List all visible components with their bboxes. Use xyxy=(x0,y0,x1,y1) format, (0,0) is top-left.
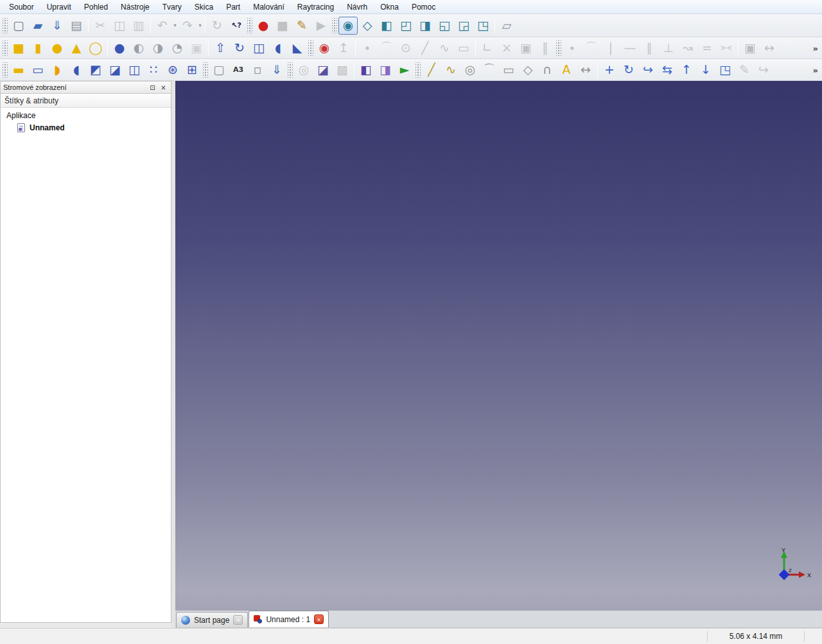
part-cylinder-button[interactable]: ▮ xyxy=(28,39,48,57)
draft-trimex-button[interactable]: ⇆ xyxy=(658,61,677,79)
tab-document-close-icon[interactable]: × xyxy=(314,614,324,624)
part-box-button[interactable]: ■ xyxy=(9,39,28,57)
menu-item-nastroje[interactable]: Nástroje xyxy=(114,1,156,13)
boolean-cut-button[interactable]: ◑ xyxy=(148,39,168,57)
raytracing-export-part-button[interactable]: ◪ xyxy=(313,61,333,79)
draft-polygon-button[interactable]: ◇ xyxy=(518,61,538,79)
toolbar-handle[interactable] xyxy=(3,40,8,56)
draft-bspline-button[interactable]: ∩ xyxy=(538,61,557,79)
toolbar-overflow-row3[interactable]: » xyxy=(813,65,818,74)
menu-item-part[interactable]: Part xyxy=(220,1,247,13)
pd-fillet-button[interactable]: ◩ xyxy=(86,61,105,79)
part-fillet-button[interactable]: ◖ xyxy=(268,39,288,57)
draft-rectangle-button[interactable]: ▭ xyxy=(499,61,518,79)
dock-close-icon[interactable]: × xyxy=(159,83,168,92)
menu-item-navrh[interactable]: Návrh xyxy=(340,1,374,13)
draft-move-button[interactable]: + xyxy=(600,61,619,79)
draft-circle-button[interactable]: ◎ xyxy=(460,61,480,79)
view-right-button[interactable]: ◨ xyxy=(415,17,435,35)
3d-viewport[interactable]: Y X Z xyxy=(175,81,822,611)
save-document-button[interactable]: ⇓ xyxy=(48,17,67,35)
macro-edit-button[interactable]: ✎ xyxy=(292,17,311,35)
view-top-button[interactable]: ◰ xyxy=(396,17,415,35)
part-torus-button[interactable]: ◯ xyxy=(86,39,105,57)
toolbar-handle[interactable] xyxy=(3,62,8,78)
drawing-export-page-button[interactable]: ⇓ xyxy=(267,61,286,79)
tab-start-page-close-icon[interactable]: × xyxy=(233,615,243,625)
part-revolve-button[interactable]: ↻ xyxy=(230,39,249,57)
new-document-button[interactable]: ▢ xyxy=(9,17,28,35)
view-rear-button[interactable]: ◱ xyxy=(435,17,454,35)
raytracing-new-project-button[interactable]: ◧ xyxy=(356,61,376,79)
menu-item-raytracing[interactable]: Raytracing xyxy=(291,1,340,13)
boolean-intersection-button[interactable]: ◔ xyxy=(168,39,187,57)
menu-item-soubor[interactable]: Soubor xyxy=(3,1,40,13)
toolbar-handle[interactable] xyxy=(3,18,8,33)
menu-item-tvary[interactable]: Tvary xyxy=(156,1,188,13)
draft-offset-button[interactable]: ↪ xyxy=(638,61,658,79)
toolbar-handle[interactable] xyxy=(556,40,561,56)
pd-mirrored-button[interactable]: ◫ xyxy=(125,61,144,79)
pd-multitransform-button[interactable]: ⊞ xyxy=(182,61,202,79)
pd-linear-pattern-button[interactable]: ∷ xyxy=(144,61,163,79)
pd-revolution-button[interactable]: ◗ xyxy=(48,61,67,79)
draft-scale-button[interactable]: ◳ xyxy=(715,61,735,79)
whats-this-button[interactable]: ↖? xyxy=(227,17,246,35)
draft-wire-button[interactable]: ∿ xyxy=(441,61,460,79)
draft-downgrade-button[interactable]: ↓ xyxy=(696,61,715,79)
tab-start-page[interactable]: Start page × xyxy=(176,612,248,627)
raytracing-render-button[interactable]: ► xyxy=(395,61,414,79)
menu-item-okna[interactable]: Okna xyxy=(374,1,405,13)
draft-dimension-button[interactable]: ↔ xyxy=(576,61,595,79)
pd-pad-button[interactable]: ▬ xyxy=(9,61,28,79)
boolean-union-button[interactable]: ● xyxy=(110,39,129,57)
draft-rotate-button[interactable]: ↻ xyxy=(619,61,638,79)
pd-pocket-button[interactable]: ▭ xyxy=(28,61,48,79)
pd-groove-button[interactable]: ◖ xyxy=(67,61,86,79)
part-extrude-button[interactable]: ⇧ xyxy=(211,39,230,57)
view-front-button[interactable]: ◧ xyxy=(377,17,396,35)
menu-item-upravit[interactable]: Upravit xyxy=(40,1,78,13)
menu-item-skica[interactable]: Skica xyxy=(188,1,220,13)
tree-item-document[interactable]: Unnamed xyxy=(1,121,171,134)
toolbar-handle[interactable] xyxy=(332,18,337,33)
menu-item-pomoc[interactable]: Pomoc xyxy=(405,1,442,13)
open-document-button[interactable]: ▰ xyxy=(28,17,48,35)
dock-float-icon[interactable]: ⊡ xyxy=(148,83,157,92)
toolbar-handle[interactable] xyxy=(415,62,421,78)
menu-item-pohled[interactable]: Pohled xyxy=(78,1,114,13)
pd-polar-pattern-button[interactable]: ⊛ xyxy=(163,61,182,79)
view-left-button[interactable]: ◳ xyxy=(473,17,493,35)
raytracing-insert-part-button[interactable]: ◨ xyxy=(376,61,395,79)
tree-column-header[interactable]: Štítky & atributy xyxy=(1,94,171,108)
toolbar-handle[interactable] xyxy=(308,40,313,56)
toolbar-overflow-row2[interactable]: » xyxy=(813,43,818,53)
drawing-insert-view-button[interactable]: ▫ xyxy=(248,61,267,79)
draft-arc-button[interactable]: ⌒ xyxy=(480,61,499,79)
boolean-common-button[interactable]: ◐ xyxy=(129,39,148,57)
drawing-new-page-button[interactable]: ▢ xyxy=(209,61,229,79)
part-sphere-button[interactable]: ● xyxy=(48,39,67,57)
view-bottom-button[interactable]: ◲ xyxy=(454,17,473,35)
tab-document[interactable]: Unnamed : 1 × xyxy=(249,611,329,627)
drawing-a3-landscape-button[interactable]: A3 xyxy=(229,61,248,79)
toolbar-handle[interactable] xyxy=(288,62,293,78)
view-axonometric-button[interactable]: ◇ xyxy=(358,17,377,35)
macro-record-button[interactable]: ● xyxy=(254,17,273,35)
toolbar-handle[interactable] xyxy=(203,62,208,78)
print-document-button[interactable]: ▤ xyxy=(67,17,86,35)
pd-chamfer-button[interactable]: ◪ xyxy=(105,61,125,79)
tree-item-application[interactable]: Aplikace xyxy=(1,109,171,121)
toolbar-handle[interactable] xyxy=(247,18,252,33)
measure-distance-button[interactable]: ▱ xyxy=(497,17,516,35)
sketch-new-button[interactable]: ◉ xyxy=(315,39,334,57)
menu-item-malovani[interactable]: Malování xyxy=(247,1,291,13)
part-mirror-button[interactable]: ◫ xyxy=(249,39,268,57)
draft-line-button[interactable]: ╱ xyxy=(422,61,441,79)
part-cone-button[interactable]: ▲ xyxy=(67,39,86,57)
constraint-distance-button: ↔ xyxy=(760,39,779,57)
view-fit-all-button[interactable]: ◉ xyxy=(338,17,358,35)
draft-upgrade-button[interactable]: ↑ xyxy=(677,61,696,79)
part-chamfer-button[interactable]: ◣ xyxy=(288,39,307,57)
draft-text-button[interactable]: A xyxy=(557,61,576,79)
